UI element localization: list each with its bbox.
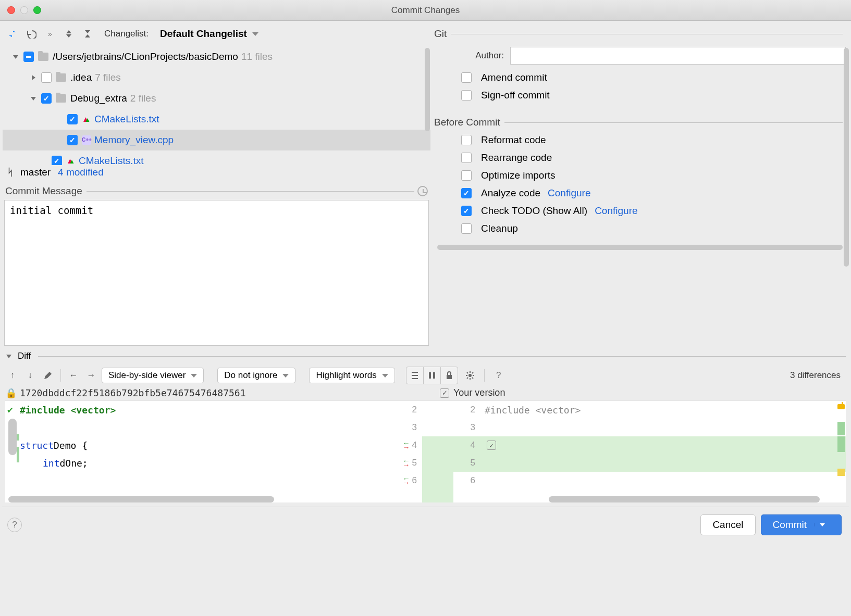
checkbox-file[interactable] — [67, 114, 78, 124]
modified-count[interactable]: 4 modified — [58, 167, 104, 178]
next-file-icon[interactable]: → — [84, 368, 98, 383]
merge-arrows-icon[interactable]: ←→ — [403, 441, 410, 449]
cancel-button[interactable]: Cancel — [700, 514, 755, 535]
checkbox-file[interactable] — [67, 135, 78, 145]
highlight-marker[interactable] — [837, 469, 845, 476]
reformat-label: Reformat code — [481, 134, 546, 146]
author-input[interactable] — [510, 47, 846, 65]
viewer-mode-dropdown[interactable]: Side-by-side viewer — [102, 368, 204, 383]
git-section-label: Git — [434, 28, 447, 40]
tree-item-label: CMakeLists.txt — [79, 155, 144, 166]
readonly-lock-icon[interactable] — [440, 367, 458, 384]
collapse-all-icon[interactable] — [80, 27, 95, 41]
commit-message-input[interactable] — [4, 200, 429, 346]
highlight-dropdown[interactable]: Highlight words — [309, 368, 394, 383]
collapse-unchanged-icon[interactable] — [406, 367, 424, 384]
diff-right-horizontal-scrollbar[interactable] — [549, 496, 820, 502]
right-gutter: 2 3 4 5 6 — [453, 401, 479, 502]
tree-file-cmakelists-1[interactable]: CMakeLists.txt — [3, 109, 430, 130]
commit-split-icon[interactable] — [814, 523, 830, 526]
checkbox-root[interactable] — [23, 52, 34, 62]
titlebar: Commit Changes — [0, 0, 851, 21]
tree-file-memory-view[interactable]: C++ Memory_view.cpp — [3, 130, 430, 150]
checkbox-cleanup[interactable] — [461, 223, 472, 234]
svg-rect-1 — [433, 372, 435, 379]
cpp-icon: C++ — [82, 135, 91, 145]
checkbox-idea[interactable] — [41, 72, 52, 83]
chevron-down-icon — [191, 374, 197, 378]
analyze-label: Analyze code — [481, 187, 540, 199]
before-commit-label: Before Commit — [434, 117, 500, 128]
prev-file-icon[interactable]: ← — [66, 368, 81, 383]
expand-all-icon[interactable] — [61, 27, 76, 41]
optimize-label: Optimize imports — [481, 170, 556, 181]
analyze-configure-link[interactable]: Configure — [548, 187, 590, 199]
settings-icon[interactable] — [461, 367, 479, 384]
your-version-checkbox[interactable] — [440, 388, 449, 398]
chevron-right-icon[interactable] — [30, 75, 37, 80]
author-label: Author: — [457, 51, 504, 61]
todo-configure-link[interactable]: Configure — [595, 205, 637, 217]
tree-root[interactable]: /Users/jetbrains/CLionProjects/basicDemo… — [3, 46, 430, 67]
todo-label: Check TODO (Show All) — [481, 205, 587, 217]
folder-icon — [56, 94, 66, 103]
sync-scroll-icon[interactable] — [423, 367, 441, 384]
diff-collapse-icon[interactable] — [5, 355, 13, 358]
next-diff-icon[interactable]: ↓ — [23, 368, 38, 383]
cleanup-label: Cleanup — [481, 223, 518, 234]
right-horizontal-scrollbar[interactable] — [437, 245, 843, 250]
ignore-dropdown[interactable]: Do not ignore — [217, 368, 295, 383]
left-gutter: 2 3 ←→4 ←→5 ←→6 — [380, 401, 422, 502]
tree-file-cmakelists-2[interactable]: CMakeLists.txt — [3, 150, 430, 166]
warning-marker[interactable] — [837, 404, 845, 409]
change-marker[interactable] — [837, 436, 845, 452]
chevron-down-icon[interactable] — [30, 97, 37, 100]
commit-message-label: Commit Message — [5, 185, 82, 197]
checkbox-signoff[interactable] — [461, 90, 472, 100]
history-icon[interactable] — [417, 186, 428, 196]
checkbox-amend[interactable] — [461, 72, 472, 83]
cmake-icon — [82, 115, 91, 124]
changelist-label: Changelist: — [104, 29, 149, 39]
code-keyword: int — [43, 458, 60, 469]
checkbox-rearrange[interactable] — [461, 153, 472, 163]
dialog-scrollbar[interactable] — [844, 48, 849, 267]
code-line: #include <vector> — [485, 405, 581, 416]
branch-name: master — [20, 167, 51, 178]
more-icon[interactable]: » — [43, 27, 57, 41]
edit-icon[interactable] — [41, 368, 55, 383]
cmake-icon — [66, 156, 76, 166]
help-icon[interactable]: ? — [490, 367, 508, 384]
checkbox-reformat[interactable] — [461, 135, 472, 145]
folder-icon — [56, 73, 66, 82]
tree-item-label: .idea — [70, 72, 92, 83]
merge-arrows-icon[interactable]: ←→ — [403, 459, 410, 467]
help-button[interactable]: ? — [7, 518, 22, 532]
branch-icon: ᛋ — [7, 167, 13, 178]
diff-view-toggles — [406, 367, 458, 384]
diff-left-horizontal-scrollbar[interactable] — [8, 496, 274, 502]
changelist-dropdown[interactable]: Default Changelist — [153, 26, 266, 42]
tree-folder-debug-extra[interactable]: Debug_extra 2 files — [3, 88, 430, 109]
window-title: Commit Changes — [0, 5, 851, 16]
tree-folder-idea[interactable]: .idea 7 files — [3, 67, 430, 88]
prev-diff-icon[interactable]: ↑ — [5, 368, 20, 383]
lock-icon: 🔒 — [5, 387, 17, 398]
marker-strip[interactable] — [836, 401, 846, 502]
chunk-checkbox[interactable] — [487, 441, 496, 450]
undo-icon[interactable] — [24, 27, 39, 41]
checkbox-optimize[interactable] — [461, 170, 472, 181]
commit-button[interactable]: Commit — [761, 514, 842, 535]
checkbox-file[interactable] — [52, 156, 62, 166]
change-marker[interactable] — [837, 422, 845, 435]
checkbox-todo[interactable] — [461, 206, 472, 216]
chevron-down-icon[interactable] — [12, 55, 19, 59]
left-revision-hash: 1720dbddcf22f5186b792bfb5e74675476487561 — [20, 387, 245, 398]
signoff-label: Sign-off commit — [481, 90, 550, 101]
checkbox-debug-extra[interactable] — [41, 93, 52, 104]
svg-point-3 — [468, 374, 472, 377]
swap-icon[interactable] — [5, 27, 20, 41]
merge-arrows-icon[interactable]: ←→ — [403, 476, 410, 485]
tree-scrollbar[interactable] — [425, 48, 430, 131]
checkbox-analyze[interactable] — [461, 188, 472, 198]
